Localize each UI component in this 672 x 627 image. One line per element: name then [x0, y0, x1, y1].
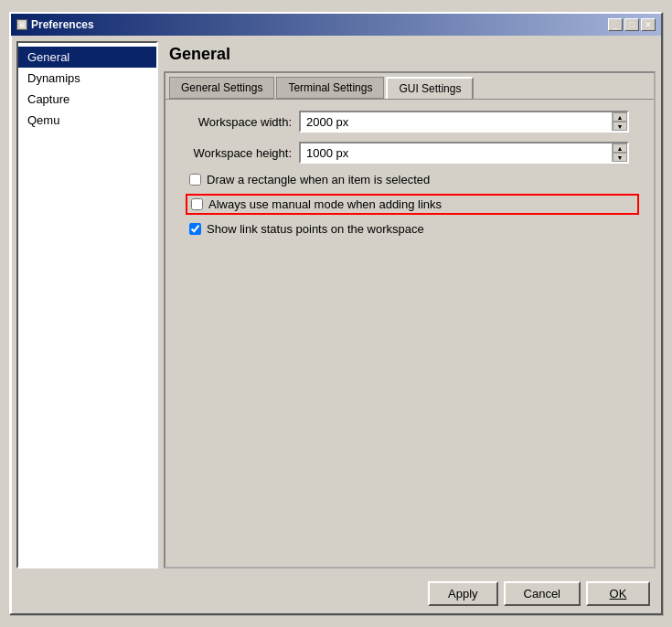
manual-mode-checkbox[interactable] — [191, 198, 203, 210]
title-bar: 🖥 Preferences _ □ ✕ — [11, 14, 661, 36]
draw-rectangle-row: Draw a rectangle when an item is selecte… — [189, 173, 639, 186]
tab-general-settings[interactable]: General Settings — [169, 77, 274, 99]
sidebar-item-qemu[interactable]: Qemu — [18, 110, 156, 131]
show-link-status-row: Show link status points on the workspace — [189, 222, 639, 236]
workspace-height-down[interactable]: ▼ — [613, 153, 627, 162]
workspace-width-spinner: ▲ ▼ — [612, 112, 627, 131]
workspace-height-up[interactable]: ▲ — [613, 143, 627, 153]
workspace-width-up[interactable]: ▲ — [613, 112, 627, 122]
workspace-height-input[interactable] — [301, 143, 612, 162]
bottom-bar: Apply Cancel OK — [11, 574, 661, 613]
page-title: General — [164, 41, 656, 71]
sidebar: General Dynamips Capture Qemu — [16, 41, 158, 569]
manual-mode-highlighted-row: Always use manual mode when adding links — [186, 194, 639, 215]
main-content: General General Settings Terminal Settin… — [164, 41, 656, 569]
manual-mode-label[interactable]: Always use manual mode when adding links — [208, 197, 442, 211]
tab-terminal-settings[interactable]: Terminal Settings — [276, 77, 384, 99]
sidebar-item-capture[interactable]: Capture — [18, 89, 156, 110]
workspace-width-label: Workspace width: — [180, 115, 299, 129]
apply-button[interactable]: Apply — [428, 581, 498, 606]
close-button[interactable]: ✕ — [641, 18, 656, 31]
cancel-button[interactable]: Cancel — [504, 581, 581, 606]
workspace-width-input[interactable] — [301, 112, 612, 131]
draw-rectangle-checkbox[interactable] — [189, 174, 201, 186]
workspace-height-spinner: ▲ ▼ — [612, 143, 627, 162]
tabs-bar: General Settings Terminal Settings GUI S… — [165, 73, 654, 99]
title-bar-controls: _ □ ✕ — [608, 18, 656, 31]
window-title: Preferences — [31, 18, 94, 31]
ok-button[interactable]: OK — [586, 581, 650, 606]
maximize-button[interactable]: □ — [624, 18, 639, 31]
content-panel: General Settings Terminal Settings GUI S… — [164, 71, 656, 569]
workspace-height-label: Workspace height: — [180, 146, 299, 160]
sidebar-item-general[interactable]: General — [18, 47, 156, 68]
preferences-window: 🖥 Preferences _ □ ✕ General Dynamips Cap… — [9, 12, 663, 615]
workspace-height-row: Workspace height: ▲ ▼ — [180, 142, 639, 164]
gui-settings-content: Workspace width: ▲ ▼ Workspace height: — [165, 99, 654, 567]
sidebar-item-dynamips[interactable]: Dynamips — [18, 68, 156, 89]
show-link-status-checkbox[interactable] — [189, 223, 201, 235]
workspace-height-input-container: ▲ ▼ — [299, 142, 629, 164]
show-link-status-label[interactable]: Show link status points on the workspace — [207, 222, 424, 236]
tab-gui-settings[interactable]: GUI Settings — [386, 77, 474, 99]
workspace-width-row: Workspace width: ▲ ▼ — [180, 111, 639, 133]
workspace-width-down[interactable]: ▼ — [613, 122, 627, 131]
window-body: General Dynamips Capture Qemu General Ge… — [11, 36, 661, 574]
minimize-button[interactable]: _ — [608, 18, 623, 31]
title-bar-left: 🖥 Preferences — [16, 18, 94, 31]
workspace-width-input-container: ▲ ▼ — [299, 111, 629, 133]
draw-rectangle-label[interactable]: Draw a rectangle when an item is selecte… — [207, 173, 430, 186]
app-icon: 🖥 — [16, 19, 27, 30]
